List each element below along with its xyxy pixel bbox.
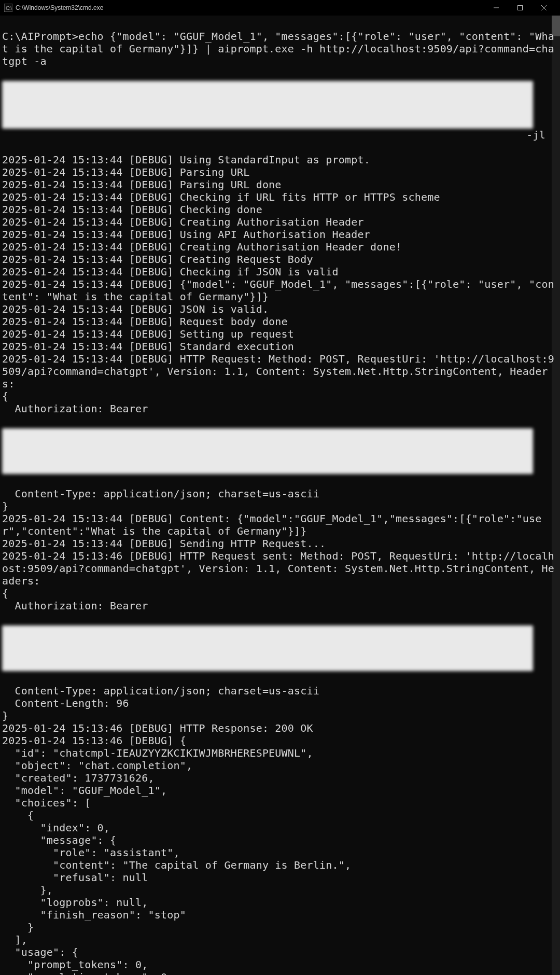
window-titlebar: C:\ C:\Windows\System32\cmd.exe [0,0,560,16]
svg-text:C:\: C:\ [6,5,12,11]
window-controls [484,0,556,16]
redacted-block [2,428,533,474]
log-block-3: Content-Type: application/json; charset=… [2,685,556,975]
flag-jl: -jl [2,129,556,141]
window-title: C:\Windows\System32\cmd.exe [16,4,103,11]
redacted-block [2,625,533,671]
cmd-icon: C:\ [4,4,12,12]
close-button[interactable] [532,0,556,16]
maximize-button[interactable] [508,0,532,16]
svg-rect-3 [518,6,523,10]
terminal-output[interactable]: C:\AIPrompt>echo {"model": "GGUF_Model_1… [0,16,560,975]
minimize-button[interactable] [484,0,508,16]
prompt-command-line: C:\AIPrompt>echo {"model": "GGUF_Model_1… [2,30,556,67]
redacted-block [2,81,533,129]
log-block-1: 2025-01-24 15:13:44 [DEBUG] Using Standa… [2,154,556,415]
log-block-2: Content-Type: application/json; charset=… [2,487,556,612]
